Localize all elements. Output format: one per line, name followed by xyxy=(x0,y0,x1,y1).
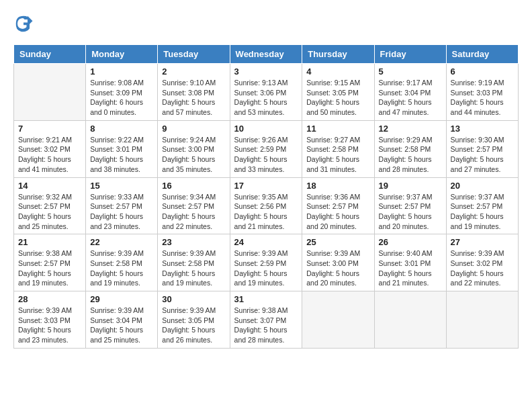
day-cell: 7Sunrise: 9:21 AM Sunset: 3:02 PM Daylig… xyxy=(14,120,86,177)
day-cell: 2Sunrise: 9:10 AM Sunset: 3:08 PM Daylig… xyxy=(158,64,230,121)
day-info: Sunrise: 9:24 AM Sunset: 3:00 PM Dayligh… xyxy=(162,135,225,175)
day-cell: 5Sunrise: 9:17 AM Sunset: 3:04 PM Daylig… xyxy=(374,64,446,121)
day-number: 8 xyxy=(90,124,153,134)
day-cell: 25Sunrise: 9:39 AM Sunset: 3:00 PM Dayli… xyxy=(302,234,374,291)
day-info: Sunrise: 9:30 AM Sunset: 2:57 PM Dayligh… xyxy=(451,135,514,175)
day-info: Sunrise: 9:36 AM Sunset: 2:57 PM Dayligh… xyxy=(306,192,369,232)
week-row-3: 14Sunrise: 9:32 AM Sunset: 2:57 PM Dayli… xyxy=(14,177,519,234)
weekday-header-thursday: Thursday xyxy=(302,45,374,64)
day-number: 20 xyxy=(451,181,514,191)
day-cell xyxy=(374,291,446,349)
week-row-4: 21Sunrise: 9:38 AM Sunset: 2:57 PM Dayli… xyxy=(14,234,519,291)
weekday-header-monday: Monday xyxy=(86,45,158,64)
day-info: Sunrise: 9:08 AM Sunset: 3:09 PM Dayligh… xyxy=(90,78,153,118)
day-cell xyxy=(302,291,374,349)
day-info: Sunrise: 9:29 AM Sunset: 2:58 PM Dayligh… xyxy=(379,135,442,175)
day-info: Sunrise: 9:17 AM Sunset: 3:04 PM Dayligh… xyxy=(379,78,442,118)
day-info: Sunrise: 9:38 AM Sunset: 2:57 PM Dayligh… xyxy=(18,248,81,288)
weekday-header-wednesday: Wednesday xyxy=(230,45,302,64)
week-row-1: 1Sunrise: 9:08 AM Sunset: 3:09 PM Daylig… xyxy=(14,64,519,121)
day-info: Sunrise: 9:19 AM Sunset: 3:03 PM Dayligh… xyxy=(451,78,514,118)
day-number: 29 xyxy=(90,294,153,304)
logo xyxy=(13,13,36,34)
day-cell xyxy=(14,64,86,121)
weekday-header-friday: Friday xyxy=(374,45,446,64)
day-number: 10 xyxy=(234,124,298,134)
day-number: 6 xyxy=(451,66,514,77)
day-number: 26 xyxy=(379,237,442,247)
day-cell: 8Sunrise: 9:22 AM Sunset: 3:01 PM Daylig… xyxy=(86,120,158,177)
day-number: 25 xyxy=(306,237,369,247)
day-cell: 10Sunrise: 9:26 AM Sunset: 2:59 PM Dayli… xyxy=(230,120,302,177)
day-cell: 15Sunrise: 9:33 AM Sunset: 2:57 PM Dayli… xyxy=(86,177,158,234)
day-cell: 27Sunrise: 9:39 AM Sunset: 3:02 PM Dayli… xyxy=(446,234,518,291)
day-number: 11 xyxy=(306,124,369,134)
day-cell: 28Sunrise: 9:39 AM Sunset: 3:03 PM Dayli… xyxy=(14,291,86,349)
day-cell: 1Sunrise: 9:08 AM Sunset: 3:09 PM Daylig… xyxy=(86,64,158,121)
week-row-2: 7Sunrise: 9:21 AM Sunset: 3:02 PM Daylig… xyxy=(14,120,519,177)
day-number: 7 xyxy=(18,124,81,134)
day-number: 24 xyxy=(234,237,298,247)
day-number: 30 xyxy=(162,294,225,304)
day-info: Sunrise: 9:35 AM Sunset: 2:56 PM Dayligh… xyxy=(234,192,298,232)
week-row-5: 28Sunrise: 9:39 AM Sunset: 3:03 PM Dayli… xyxy=(14,291,519,349)
day-number: 19 xyxy=(379,181,442,191)
day-cell: 16Sunrise: 9:34 AM Sunset: 2:57 PM Dayli… xyxy=(158,177,230,234)
day-number: 18 xyxy=(306,181,369,191)
day-number: 27 xyxy=(451,237,514,247)
day-info: Sunrise: 9:33 AM Sunset: 2:57 PM Dayligh… xyxy=(90,192,153,232)
day-cell: 4Sunrise: 9:15 AM Sunset: 3:05 PM Daylig… xyxy=(302,64,374,121)
day-number: 14 xyxy=(18,181,81,191)
day-info: Sunrise: 9:39 AM Sunset: 3:05 PM Dayligh… xyxy=(162,306,225,345)
day-number: 4 xyxy=(306,66,369,77)
day-number: 23 xyxy=(162,237,225,247)
day-number: 9 xyxy=(162,124,225,134)
day-cell: 29Sunrise: 9:39 AM Sunset: 3:04 PM Dayli… xyxy=(86,291,158,349)
day-cell: 3Sunrise: 9:13 AM Sunset: 3:06 PM Daylig… xyxy=(230,64,302,121)
day-number: 2 xyxy=(162,66,225,77)
day-info: Sunrise: 9:39 AM Sunset: 3:00 PM Dayligh… xyxy=(306,248,369,288)
day-info: Sunrise: 9:13 AM Sunset: 3:06 PM Dayligh… xyxy=(234,78,298,118)
day-number: 1 xyxy=(90,66,153,77)
day-info: Sunrise: 9:37 AM Sunset: 2:57 PM Dayligh… xyxy=(379,192,442,232)
day-number: 21 xyxy=(18,237,81,247)
day-info: Sunrise: 9:32 AM Sunset: 2:57 PM Dayligh… xyxy=(18,192,81,232)
day-info: Sunrise: 9:34 AM Sunset: 2:57 PM Dayligh… xyxy=(162,192,225,232)
day-info: Sunrise: 9:39 AM Sunset: 3:03 PM Dayligh… xyxy=(18,306,81,345)
day-cell: 11Sunrise: 9:27 AM Sunset: 2:58 PM Dayli… xyxy=(302,120,374,177)
day-info: Sunrise: 9:26 AM Sunset: 2:59 PM Dayligh… xyxy=(234,135,298,175)
weekday-header-tuesday: Tuesday xyxy=(158,45,230,64)
day-number: 22 xyxy=(90,237,153,247)
day-info: Sunrise: 9:10 AM Sunset: 3:08 PM Dayligh… xyxy=(162,78,225,118)
day-number: 17 xyxy=(234,181,298,191)
day-info: Sunrise: 9:39 AM Sunset: 3:04 PM Dayligh… xyxy=(90,306,153,345)
day-number: 13 xyxy=(451,124,514,134)
day-cell: 26Sunrise: 9:40 AM Sunset: 3:01 PM Dayli… xyxy=(374,234,446,291)
day-number: 16 xyxy=(162,181,225,191)
day-info: Sunrise: 9:40 AM Sunset: 3:01 PM Dayligh… xyxy=(379,248,442,288)
day-cell: 23Sunrise: 9:39 AM Sunset: 2:58 PM Dayli… xyxy=(158,234,230,291)
day-cell: 18Sunrise: 9:36 AM Sunset: 2:57 PM Dayli… xyxy=(302,177,374,234)
day-cell: 19Sunrise: 9:37 AM Sunset: 2:57 PM Dayli… xyxy=(374,177,446,234)
day-cell: 31Sunrise: 9:38 AM Sunset: 3:07 PM Dayli… xyxy=(230,291,302,349)
day-cell: 14Sunrise: 9:32 AM Sunset: 2:57 PM Dayli… xyxy=(14,177,86,234)
day-number: 31 xyxy=(234,294,298,304)
day-info: Sunrise: 9:38 AM Sunset: 3:07 PM Dayligh… xyxy=(234,306,298,345)
day-cell: 6Sunrise: 9:19 AM Sunset: 3:03 PM Daylig… xyxy=(446,64,518,121)
day-info: Sunrise: 9:22 AM Sunset: 3:01 PM Dayligh… xyxy=(90,135,153,175)
day-info: Sunrise: 9:15 AM Sunset: 3:05 PM Dayligh… xyxy=(306,78,369,118)
weekday-header-saturday: Saturday xyxy=(446,45,518,64)
day-info: Sunrise: 9:39 AM Sunset: 3:02 PM Dayligh… xyxy=(451,248,514,288)
logo-icon xyxy=(13,13,34,34)
weekday-header-sunday: Sunday xyxy=(14,45,86,64)
day-cell: 12Sunrise: 9:29 AM Sunset: 2:58 PM Dayli… xyxy=(374,120,446,177)
day-cell xyxy=(446,291,518,349)
page-header xyxy=(13,13,519,34)
day-cell: 17Sunrise: 9:35 AM Sunset: 2:56 PM Dayli… xyxy=(230,177,302,234)
day-cell: 9Sunrise: 9:24 AM Sunset: 3:00 PM Daylig… xyxy=(158,120,230,177)
day-cell: 20Sunrise: 9:37 AM Sunset: 2:57 PM Dayli… xyxy=(446,177,518,234)
day-info: Sunrise: 9:39 AM Sunset: 2:58 PM Dayligh… xyxy=(90,248,153,288)
calendar: SundayMondayTuesdayWednesdayThursdayFrid… xyxy=(13,44,519,349)
day-cell: 22Sunrise: 9:39 AM Sunset: 2:58 PM Dayli… xyxy=(86,234,158,291)
day-number: 3 xyxy=(234,66,298,77)
